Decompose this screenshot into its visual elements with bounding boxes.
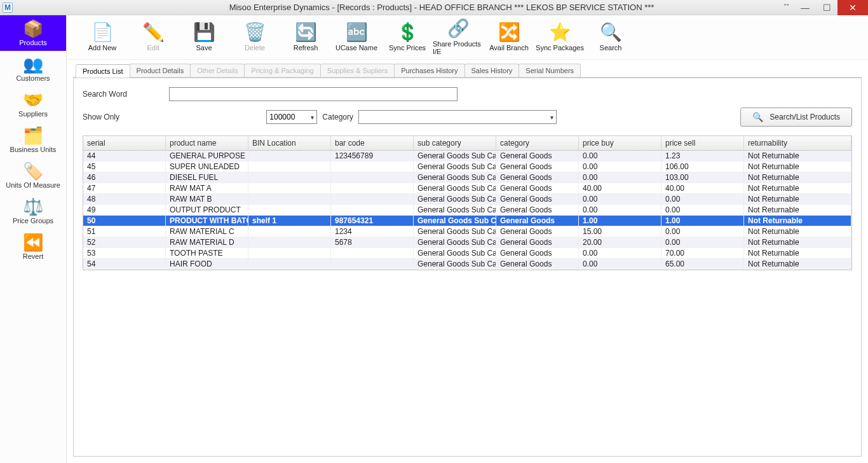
cell: General Goods [496, 172, 579, 183]
column-header[interactable]: returnability [744, 136, 851, 150]
show-only-select[interactable]: 100000 ▾ [266, 110, 317, 124]
toolbar-add-new-button[interactable]: 📄Add New [77, 17, 128, 58]
cell: 0.00 [579, 172, 661, 183]
sidebar-item-suppliers[interactable]: 🤝Suppliers [0, 86, 66, 122]
window-title: Misoo Enterprise Dynamics - [Records : P… [15, 3, 868, 12]
column-header[interactable]: BIN Location [248, 136, 331, 150]
column-header[interactable]: price sell [661, 136, 744, 150]
table-row[interactable]: 46DIESEL FUELGeneral Goods Sub Cat...Gen… [83, 172, 851, 183]
tab-serial-numbers[interactable]: Serial Numbers [519, 64, 581, 77]
maximize-button[interactable]: ☐ [816, 0, 837, 15]
cell: Not Returnable [744, 172, 851, 183]
table-row[interactable]: 45SUPER UNLEADEDGeneral Goods Sub Cat...… [83, 162, 851, 172]
table-row[interactable]: 53TOOTH PASTEGeneral Goods Sub Cat...Gen… [83, 248, 851, 259]
cell: OUTPUT PRODUCT [166, 205, 248, 215]
minimize-button[interactable]: — [794, 0, 816, 15]
sidebar-item-label: Suppliers [18, 110, 48, 118]
cell: 0.00 [579, 205, 661, 215]
cell: General Goods Sub Cat... [414, 172, 496, 183]
cell: 0.00 [661, 237, 744, 247]
toolbar-refresh-button[interactable]: 🔄Refresh [280, 17, 331, 58]
cell [248, 172, 331, 183]
cell [248, 162, 331, 172]
toolbar-avail-branch-button[interactable]: 🔀Avail Branch [484, 17, 534, 58]
toolbar-icon: 💾 [193, 24, 215, 41]
cell: 0.00 [579, 151, 661, 161]
table-row[interactable]: 52RAW MATERIAL D5678General Goods Sub Ca… [83, 237, 851, 248]
sidebar-item-customers[interactable]: 👥Customers [0, 51, 66, 86]
sidebar-item-price-groups[interactable]: ⚖️Price Groups [0, 193, 66, 229]
cell: General Goods Sub C... [414, 216, 496, 226]
show-only-value: 100000 [269, 113, 295, 121]
table-row[interactable]: 47RAW MAT AGeneral Goods Sub Cat...Gener… [83, 183, 851, 194]
resize-icon[interactable]: ↔ [783, 0, 790, 15]
sidebar-item-products[interactable]: 📦Products [0, 15, 66, 51]
toolbar-label: Share Products I/E [433, 40, 484, 55]
cell: 47 [83, 183, 166, 193]
tab-other-details: Other Details [190, 64, 245, 77]
sidebar-item-business-units[interactable]: 🗂️Business Units [0, 122, 66, 158]
close-button[interactable]: ✕ [837, 0, 868, 15]
cell: HAIR FOOD [166, 259, 248, 269]
cell: General Goods Sub Cat... [414, 183, 496, 193]
cell: 53 [83, 248, 166, 258]
tab-products-list[interactable]: Products List [76, 64, 130, 78]
cell: General Goods Sub Cat... [414, 194, 496, 204]
table-row[interactable]: 44GENERAL PURPOSE INK123456789General Go… [83, 151, 851, 162]
sidebar-item-label: Price Groups [13, 217, 53, 225]
toolbar-edit-button: ✏️Edit [128, 17, 179, 58]
toolbar-icon: ✏️ [142, 24, 165, 41]
search-word-input[interactable] [169, 87, 458, 101]
cell: Not Returnable [744, 151, 851, 161]
cell: 49 [83, 205, 166, 215]
toolbar-sync-prices-button[interactable]: 💲Sync Prices [382, 17, 433, 58]
tab-purchases-history[interactable]: Purchases History [394, 64, 465, 77]
tab-sales-history[interactable]: Sales History [465, 64, 520, 77]
cell: RAW MAT B [166, 194, 248, 204]
toolbar-label: Refresh [294, 44, 318, 52]
cell: 70.00 [661, 248, 744, 258]
cell: General Goods Sub Cat... [414, 237, 496, 247]
toolbar-ucase-name-button[interactable]: 🔤UCase Name [331, 17, 382, 58]
table-row[interactable]: 51RAW MATERIAL C1234General Goods Sub Ca… [83, 226, 851, 237]
toolbar-label: UCase Name [336, 44, 377, 52]
cell: General Goods Sub Cat... [414, 248, 496, 258]
table-row[interactable]: 48RAW MAT BGeneral Goods Sub Cat...Gener… [83, 194, 851, 205]
cell: 48 [83, 194, 166, 204]
toolbar-icon: 💲 [397, 24, 419, 41]
cell: Not Returnable [744, 162, 851, 172]
category-select[interactable]: ▾ [358, 110, 557, 124]
cell: General Goods [496, 259, 579, 269]
column-header[interactable]: sub category [414, 136, 496, 150]
sidebar-item-units-of-measure[interactable]: 🏷️Units Of Measure [0, 158, 66, 193]
column-header[interactable]: bar code [331, 136, 414, 150]
column-header[interactable]: serial [83, 136, 166, 150]
table-row[interactable]: 49OUTPUT PRODUCTGeneral Goods Sub Cat...… [83, 205, 851, 216]
show-only-label: Show Only [83, 113, 266, 121]
cell: 44 [83, 151, 166, 161]
sidebar-item-revert[interactable]: ⏪Revert [0, 229, 66, 265]
search-list-products-button[interactable]: 🔍 Search/List Products [740, 107, 852, 127]
table-row[interactable]: 54HAIR FOODGeneral Goods Sub Cat...Gener… [83, 259, 851, 270]
column-header[interactable]: category [496, 136, 579, 150]
cell: General Goods [496, 205, 579, 215]
cell: 987654321 [331, 216, 414, 226]
toolbar-sync-packages-button[interactable]: ⭐Sync Packages [534, 17, 585, 58]
sidebar-icon: 👥 [23, 56, 43, 73]
toolbar-save-button[interactable]: 💾Save [179, 17, 229, 58]
table-body: 44GENERAL PURPOSE INK123456789General Go… [83, 151, 851, 270]
column-header[interactable]: product name [166, 136, 248, 150]
table-row[interactable]: 50PRODUCT WITH BATCHshelf 1987654321Gene… [83, 216, 851, 226]
cell: General Goods Sub Cat... [414, 259, 496, 269]
column-header[interactable]: price buy [579, 136, 661, 150]
sidebar: 📦Products👥Customers🤝Suppliers🗂️Business … [0, 15, 67, 463]
cell: General Goods [496, 216, 579, 226]
toolbar-share-products-i-e-button[interactable]: 🔗Share Products I/E [433, 17, 484, 58]
sidebar-icon: 🏷️ [23, 163, 43, 179]
tab-product-details[interactable]: Product Details [130, 64, 191, 77]
cell [331, 172, 414, 183]
cell [331, 162, 414, 172]
cell: 51 [83, 226, 166, 237]
toolbar-search-button[interactable]: 🔍Search [585, 17, 636, 58]
cell: 0.00 [579, 194, 661, 204]
